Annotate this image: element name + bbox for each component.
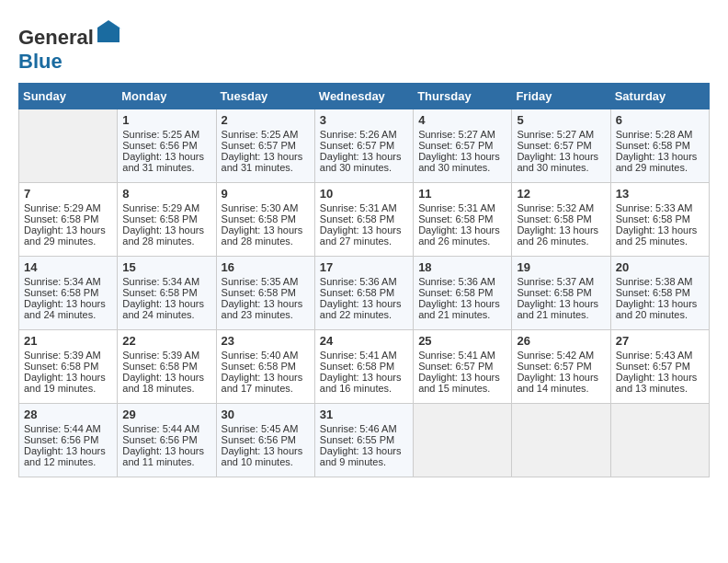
sunset-text: Sunset: 6:58 PM: [222, 287, 310, 298]
daylight-text: Daylight: 13 hours and 26 minutes.: [517, 224, 605, 247]
day-cell: 4Sunrise: 5:27 AMSunset: 6:57 PMDaylight…: [414, 109, 512, 183]
day-cell: 11Sunrise: 5:31 AMSunset: 6:58 PMDayligh…: [414, 183, 512, 257]
day-number: 10: [320, 187, 408, 201]
day-number: 14: [24, 260, 112, 274]
day-cell: 5Sunrise: 5:27 AMSunset: 6:57 PMDaylight…: [512, 109, 610, 183]
sunset-text: Sunset: 6:58 PM: [320, 287, 408, 298]
daylight-text: Daylight: 13 hours and 30 minutes.: [517, 151, 605, 173]
sunrise-text: Sunrise: 5:29 AM: [24, 202, 112, 213]
day-cell: 27Sunrise: 5:43 AMSunset: 6:57 PMDayligh…: [610, 330, 709, 404]
day-number: 1: [122, 113, 210, 127]
day-number: 2: [222, 113, 310, 127]
sunrise-text: Sunrise: 5:34 AM: [122, 276, 210, 287]
day-cell: [19, 109, 118, 183]
week-row-2: 7Sunrise: 5:29 AMSunset: 6:58 PMDaylight…: [19, 183, 710, 257]
daylight-text: Daylight: 13 hours and 31 minutes.: [122, 151, 210, 173]
header-cell-tuesday: Tuesday: [216, 84, 314, 109]
day-number: 26: [517, 334, 605, 348]
sunset-text: Sunset: 6:58 PM: [24, 361, 112, 372]
day-number: 24: [320, 334, 408, 348]
sunrise-text: Sunrise: 5:28 AM: [616, 129, 704, 140]
sunset-text: Sunset: 6:58 PM: [122, 287, 210, 298]
day-cell: 19Sunrise: 5:37 AMSunset: 6:58 PMDayligh…: [512, 257, 610, 330]
day-number: 23: [222, 334, 310, 348]
day-number: 7: [24, 187, 112, 201]
day-cell: 30Sunrise: 5:45 AMSunset: 6:56 PMDayligh…: [216, 404, 314, 477]
day-number: 18: [418, 260, 506, 274]
day-cell: 17Sunrise: 5:36 AMSunset: 6:58 PMDayligh…: [314, 257, 413, 330]
day-number: 3: [320, 113, 408, 127]
daylight-text: Daylight: 13 hours and 23 minutes.: [222, 298, 310, 320]
sunrise-text: Sunrise: 5:31 AM: [418, 202, 506, 213]
daylight-text: Daylight: 13 hours and 27 minutes.: [320, 224, 408, 247]
day-number: 25: [418, 334, 506, 348]
day-cell: 14Sunrise: 5:34 AMSunset: 6:58 PMDayligh…: [19, 257, 118, 330]
sunset-text: Sunset: 6:58 PM: [320, 213, 408, 224]
daylight-text: Daylight: 13 hours and 13 minutes.: [616, 372, 704, 394]
week-row-1: 1Sunrise: 5:25 AMSunset: 6:56 PMDaylight…: [19, 109, 710, 183]
sunset-text: Sunset: 6:58 PM: [24, 287, 112, 298]
day-number: 27: [616, 334, 704, 348]
sunrise-text: Sunrise: 5:32 AM: [517, 202, 605, 213]
sunset-text: Sunset: 6:58 PM: [122, 213, 210, 224]
day-cell: 28Sunrise: 5:44 AMSunset: 6:56 PMDayligh…: [19, 404, 118, 477]
week-row-4: 21Sunrise: 5:39 AMSunset: 6:58 PMDayligh…: [19, 330, 710, 404]
day-number: 29: [122, 408, 210, 421]
daylight-text: Daylight: 13 hours and 22 minutes.: [320, 298, 408, 320]
day-cell: 23Sunrise: 5:40 AMSunset: 6:58 PMDayligh…: [216, 330, 314, 404]
logo-text: General Blue: [18, 18, 121, 74]
daylight-text: Daylight: 13 hours and 29 minutes.: [616, 151, 704, 173]
svg-marker-0: [97, 20, 119, 42]
day-number: 28: [24, 408, 112, 421]
day-cell: 1Sunrise: 5:25 AMSunset: 6:56 PMDaylight…: [118, 109, 216, 183]
daylight-text: Daylight: 13 hours and 30 minutes.: [418, 151, 506, 173]
sunset-text: Sunset: 6:58 PM: [616, 213, 704, 224]
calendar-body: 1Sunrise: 5:25 AMSunset: 6:56 PMDaylight…: [19, 109, 710, 477]
sunrise-text: Sunrise: 5:25 AM: [222, 129, 310, 140]
daylight-text: Daylight: 13 hours and 9 minutes.: [320, 445, 408, 467]
daylight-text: Daylight: 13 hours and 31 minutes.: [222, 151, 310, 173]
sunrise-text: Sunrise: 5:43 AM: [616, 350, 704, 361]
day-number: 13: [616, 187, 704, 201]
day-cell: 12Sunrise: 5:32 AMSunset: 6:58 PMDayligh…: [512, 183, 610, 257]
daylight-text: Daylight: 13 hours and 26 minutes.: [418, 224, 506, 247]
logo-blue: Blue: [18, 50, 63, 73]
day-number: 6: [616, 113, 704, 127]
logo-icon: [96, 18, 121, 44]
day-cell: 22Sunrise: 5:39 AMSunset: 6:58 PMDayligh…: [118, 330, 216, 404]
day-cell: 13Sunrise: 5:33 AMSunset: 6:58 PMDayligh…: [610, 183, 709, 257]
daylight-text: Daylight: 13 hours and 24 minutes.: [24, 298, 112, 320]
day-cell: 25Sunrise: 5:41 AMSunset: 6:57 PMDayligh…: [414, 330, 512, 404]
sunrise-text: Sunrise: 5:27 AM: [517, 129, 605, 140]
daylight-text: Daylight: 13 hours and 12 minutes.: [24, 445, 112, 467]
sunrise-text: Sunrise: 5:27 AM: [418, 129, 506, 140]
sunset-text: Sunset: 6:57 PM: [418, 140, 506, 151]
day-cell: 24Sunrise: 5:41 AMSunset: 6:58 PMDayligh…: [314, 330, 413, 404]
day-cell: 29Sunrise: 5:44 AMSunset: 6:56 PMDayligh…: [118, 404, 216, 477]
day-cell: 16Sunrise: 5:35 AMSunset: 6:58 PMDayligh…: [216, 257, 314, 330]
sunset-text: Sunset: 6:56 PM: [24, 434, 112, 445]
daylight-text: Daylight: 13 hours and 24 minutes.: [122, 298, 210, 320]
sunset-text: Sunset: 6:58 PM: [418, 287, 506, 298]
day-cell: 8Sunrise: 5:29 AMSunset: 6:58 PMDaylight…: [118, 183, 216, 257]
day-cell: [414, 404, 512, 477]
day-cell: 18Sunrise: 5:36 AMSunset: 6:58 PMDayligh…: [414, 257, 512, 330]
sunrise-text: Sunrise: 5:37 AM: [517, 276, 605, 287]
daylight-text: Daylight: 13 hours and 21 minutes.: [517, 298, 605, 320]
day-cell: [610, 404, 709, 477]
sunrise-text: Sunrise: 5:25 AM: [122, 129, 210, 140]
day-number: 8: [122, 187, 210, 201]
sunset-text: Sunset: 6:58 PM: [616, 287, 704, 298]
sunset-text: Sunset: 6:57 PM: [517, 140, 605, 151]
sunrise-text: Sunrise: 5:29 AM: [122, 202, 210, 213]
sunset-text: Sunset: 6:58 PM: [222, 213, 310, 224]
day-cell: 31Sunrise: 5:46 AMSunset: 6:55 PMDayligh…: [314, 404, 413, 477]
daylight-text: Daylight: 13 hours and 20 minutes.: [616, 298, 704, 320]
sunrise-text: Sunrise: 5:40 AM: [222, 350, 310, 361]
sunset-text: Sunset: 6:57 PM: [222, 140, 310, 151]
day-cell: 10Sunrise: 5:31 AMSunset: 6:58 PMDayligh…: [314, 183, 413, 257]
week-row-3: 14Sunrise: 5:34 AMSunset: 6:58 PMDayligh…: [19, 257, 710, 330]
day-cell: 20Sunrise: 5:38 AMSunset: 6:58 PMDayligh…: [610, 257, 709, 330]
sunrise-text: Sunrise: 5:44 AM: [122, 423, 210, 434]
sunset-text: Sunset: 6:58 PM: [122, 361, 210, 372]
